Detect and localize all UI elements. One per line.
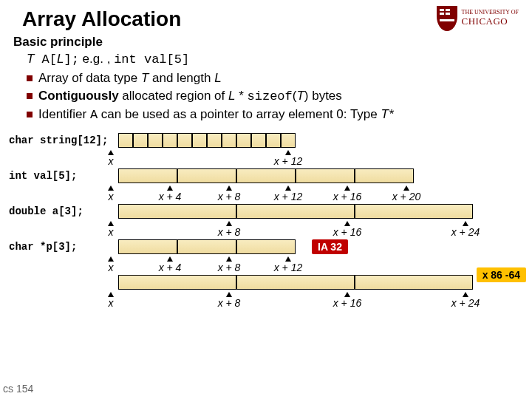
bullet-icon bbox=[27, 112, 33, 117]
content-area: Basic principle T A[L]; e.g. , int val[5… bbox=[13, 34, 519, 124]
bullet-icon bbox=[27, 93, 33, 99]
badge-x8664: x 86 -64 bbox=[477, 267, 526, 282]
bullet-1: Array of data type T and length L bbox=[27, 70, 519, 87]
bar-charptr-x8664 bbox=[118, 275, 532, 290]
bar-double-a bbox=[118, 204, 532, 219]
badge-ia32: IA 32 bbox=[312, 239, 348, 254]
university-logo: THE UNIVERSITY OF CHICAGO bbox=[437, 6, 519, 31]
bar-char-string bbox=[118, 133, 532, 148]
ticks-1: xx + 12 bbox=[111, 151, 525, 166]
diagram-label-3: double a[3]; bbox=[0, 205, 118, 217]
ticks-3: xx + 8x + 16x + 24 bbox=[111, 222, 525, 236]
bullet-icon bbox=[27, 75, 33, 81]
bullet-2: Contiguously allocated region of L * siz… bbox=[27, 88, 519, 106]
diagram-label-1: char string[12]; bbox=[0, 134, 118, 146]
bar-int-val bbox=[118, 168, 532, 183]
shield-icon bbox=[437, 6, 457, 31]
diagram-label-4: char *p[3]; bbox=[0, 241, 118, 253]
diagram-label-2: int val[5]; bbox=[0, 170, 118, 182]
bullet-3: Identifier A can be used as a pointer to… bbox=[27, 106, 519, 124]
ticks-4: xx + 4x + 8x + 12 bbox=[111, 257, 525, 272]
logo-line2: CHICAGO bbox=[462, 16, 519, 27]
declaration-line: T A[L]; e.g. , int val[5] bbox=[27, 51, 519, 69]
memory-diagrams: char string[12]; xx + 12 int val[5]; xx … bbox=[0, 130, 532, 307]
ticks-2: xx + 4x + 8x + 12x + 16x + 20 bbox=[111, 186, 525, 201]
ticks-5: xx + 8x + 16x + 24 bbox=[111, 293, 525, 307]
subheading: Basic principle bbox=[13, 34, 519, 51]
footer-course: cs 154 bbox=[3, 383, 33, 395]
